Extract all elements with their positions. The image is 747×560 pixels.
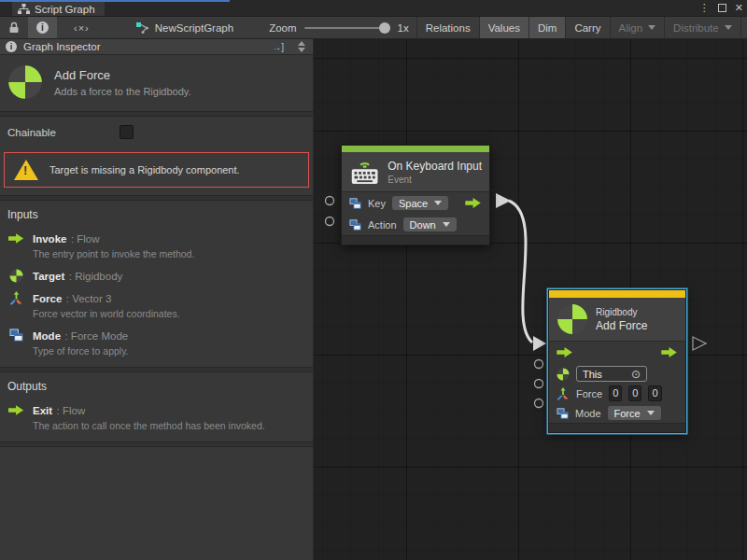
window-controls: ⋮ ✕: [699, 1, 743, 15]
node-footer: [342, 235, 489, 245]
rigidbody-icon: [557, 368, 570, 381]
warning-banner: Target is missing a Rigidbody component.: [4, 152, 309, 188]
values-button[interactable]: Values: [480, 17, 529, 38]
chevron-down-icon: [647, 411, 655, 415]
info-icon: [6, 41, 17, 52]
zoom-slider-handle[interactable]: [379, 22, 390, 34]
port-circle[interactable]: [535, 360, 543, 369]
window-menu-icon[interactable]: ⋮: [699, 3, 710, 13]
flow-row: [549, 342, 685, 364]
key-row: Key Space: [342, 192, 489, 214]
zoom-slider[interactable]: [304, 27, 390, 29]
dock-panel-icon[interactable]: →]: [272, 42, 284, 52]
rigidbody-icon: [557, 303, 588, 335]
section-divider: [0, 441, 313, 447]
inspector-title: Graph Inspector: [23, 41, 265, 52]
chevron-down-icon: [648, 25, 655, 30]
flow-arrow-icon: [7, 231, 24, 245]
chainable-setting-row: Chainable: [0, 117, 313, 148]
graph-name: NewScriptGraph: [155, 22, 233, 34]
force-x-input[interactable]: 0: [609, 385, 622, 401]
flow-in-port-connected[interactable]: [533, 336, 546, 351]
enum-icon: [557, 408, 569, 419]
action-row: Action Down: [342, 214, 489, 235]
selected-unit-summary: Add Force Adds a force to the Rigidbody.: [0, 55, 313, 111]
target-object-field[interactable]: This ⊙: [576, 366, 647, 382]
unit-title: Add Force: [54, 68, 191, 82]
arrow-down-icon: [298, 48, 305, 52]
mode-label: Mode: [575, 408, 601, 419]
force-z-input[interactable]: 0: [648, 385, 661, 401]
action-dropdown[interactable]: Down: [403, 217, 457, 231]
carry-button[interactable]: Carry: [566, 17, 610, 38]
unit-description: Adds a force to the Rigidbody.: [54, 86, 191, 97]
port-circle[interactable]: [535, 399, 543, 408]
chevron-down-icon: [443, 222, 450, 227]
relations-button[interactable]: Relations: [416, 17, 480, 38]
action-label: Action: [368, 219, 397, 231]
node-add-force[interactable]: Rigidbody Add Force This: [548, 289, 686, 433]
arrow-up-icon: [298, 41, 305, 46]
port-circle[interactable]: [326, 217, 334, 226]
zoom-label: Zoom: [269, 22, 296, 34]
flow-arrow-icon[interactable]: [465, 195, 482, 212]
chainable-checkbox[interactable]: [120, 125, 134, 139]
force-label: Force: [576, 388, 602, 399]
graph-breadcrumb[interactable]: NewScriptGraph: [127, 22, 243, 34]
flow-out-port-empty[interactable]: [693, 337, 706, 350]
output-item-description: The action to call once the method has b…: [0, 419, 313, 434]
close-icon[interactable]: ✕: [735, 3, 743, 13]
overview-button[interactable]: Overview: [741, 17, 747, 38]
flow-connection-wire[interactable]: [509, 201, 532, 343]
input-item-target: Target : Rigidbody: [0, 262, 313, 285]
dim-button[interactable]: Dim: [529, 17, 566, 38]
node-title: On Keyboard Input: [388, 160, 482, 173]
rigidbody-icon: [7, 268, 24, 283]
key-dropdown[interactable]: Space: [392, 196, 448, 210]
toolbar-right-group: Relations Values Dim Carry Align Distrib…: [416, 17, 747, 38]
vector3-icon: [7, 290, 24, 305]
input-item-force: Force : Vector 3: [0, 285, 313, 307]
force-y-input[interactable]: 0: [628, 385, 641, 401]
zoom-control: Zoom 1x: [243, 22, 416, 34]
code-view-button[interactable]: ‹×›: [57, 17, 106, 38]
target-row: This ⊙: [549, 364, 685, 384]
script-graph-asset-icon: [136, 22, 149, 34]
tab-bar: Script Graph ⋮ ✕: [0, 0, 747, 16]
tab-script-graph[interactable]: Script Graph: [12, 2, 105, 16]
distribute-dropdown[interactable]: Distribute: [665, 17, 741, 38]
inputs-heading: Inputs: [0, 201, 313, 225]
output-item-exit: Exit : Flow: [0, 397, 313, 419]
maximize-icon[interactable]: [718, 4, 726, 12]
mode-dropdown[interactable]: Force: [608, 406, 661, 420]
event-node-strip: [342, 146, 489, 152]
graph-canvas[interactable]: On Keyboard Input Event Key Space: [314, 39, 747, 560]
input-item-description: Force vector in world coordinates.: [0, 307, 313, 322]
toolbar-left-group: ‹×› NewScriptGraph Zoom 1x: [0, 17, 416, 38]
input-item-invoke: Invoke : Flow: [0, 225, 313, 247]
flow-arrow-icon[interactable]: [557, 344, 573, 361]
lock-button[interactable]: [0, 17, 28, 38]
vector3-icon: [557, 387, 570, 400]
object-picker-icon[interactable]: ⊙: [631, 368, 641, 381]
enum-icon: [7, 328, 24, 343]
inspector-toggle-button[interactable]: [28, 17, 57, 38]
script-graph-window: Script Graph ⋮ ✕ ‹×›: [0, 0, 747, 560]
graph-toolbar: ‹×› NewScriptGraph Zoom 1x Relatio: [0, 16, 747, 39]
mode-row: Mode Force: [549, 403, 685, 423]
panel-scroll-arrows[interactable]: [298, 41, 305, 52]
node-on-keyboard-input[interactable]: On Keyboard Input Event Key Space: [341, 145, 490, 245]
lock-icon: [8, 21, 20, 34]
flow-arrow-icon[interactable]: [661, 344, 678, 361]
flow-out-port-connected[interactable]: [496, 193, 511, 208]
node-subtitle: Event: [388, 175, 482, 185]
port-circle[interactable]: [535, 380, 543, 388]
input-item-mode: Mode : Force Mode: [0, 322, 313, 344]
rigidbody-icon: [7, 64, 43, 100]
align-dropdown[interactable]: Align: [611, 17, 666, 38]
port-circle[interactable]: [326, 197, 334, 205]
enum-icon: [349, 198, 361, 209]
enum-icon: [349, 219, 361, 231]
keyboard-input-icon: [349, 158, 380, 186]
graph-hierarchy-icon: [18, 4, 30, 15]
